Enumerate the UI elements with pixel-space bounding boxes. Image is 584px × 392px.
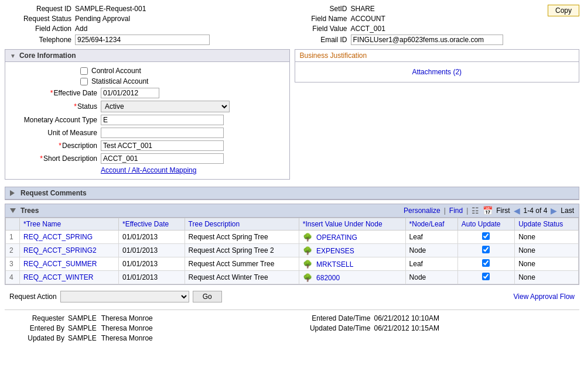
nav-range: 1-4 of 4 [524,207,548,215]
field-value-row: Field Value ACCT_001 [292,25,580,33]
updated-by-row: Updated By SAMPLE Theresa Monroe [9,334,292,342]
copy-button[interactable]: Copy [548,5,579,16]
update-status-cell-1: None [515,244,579,257]
view-approval-link[interactable]: View Approval Flow [514,293,575,301]
trees-controls: Personalize | Find | ☷ 📅 First ◀ 1-4 of … [404,206,574,215]
insert-value-cell-2: 🌳 MRKTSELL [299,257,405,271]
tree-name-cell-1: REQ_ACCT_SPRING2 [20,244,119,257]
tree-name-link-0[interactable]: REQ_ACCT_SPRING [23,233,93,241]
trees-header: Trees Personalize | Find | ☷ 📅 First ◀ 1… [5,204,579,218]
entered-by-value: SAMPLE [68,324,97,332]
nav-first: First [496,207,510,215]
bottom-info: Requester SAMPLE Theresa Monroe Entered … [5,312,579,346]
effective-date-label: Effective Date [10,89,101,97]
node-leaf-cell-3: Node [405,271,457,284]
unit-measure-input[interactable] [101,128,224,138]
trees-label: Trees [21,207,39,215]
auto-update-checkbox-2[interactable] [482,259,490,267]
main-content: ▼ Core Information Control Account Stati… [5,49,579,183]
tree-name-link-1[interactable]: REQ_ACCT_SPRING2 [23,246,97,255]
field-name-label: Field Name [292,15,351,23]
control-account-label: Control Account [91,67,141,75]
calendar-icon[interactable]: 📅 [483,206,493,215]
telephone-label: Telephone [5,36,75,44]
core-info-section: ▼ Core Information Control Account Stati… [5,49,290,183]
separator1: | [444,207,446,215]
monetary-type-input[interactable] [101,115,224,125]
eff-date-cell-0: 01/01/2013 [119,231,185,244]
header-right: SetID SHARE Field Name ACCOUNT Field Val… [292,5,580,47]
tree-desc-cell-3: Request Acct Winter Tree [185,271,299,284]
tree-node-icon-3: 🌳 [303,273,312,282]
row-num-1: 2 [6,244,20,257]
tree-name-link-2[interactable]: REQ_ACCT_SUMMER [23,260,97,268]
update-status-cell-2: None [515,257,579,271]
core-info-title: ▼ Core Information [5,50,289,62]
request-id-value: SAMPLE-Request-001 [75,5,146,13]
field-value-value: ACCT_001 [351,25,385,33]
tree-name-link-3[interactable]: REQ_ACCT_WINTER [23,273,93,281]
effective-date-row: Effective Date [10,88,285,98]
insert-value-cell-1: 🌳 EXPENSES [299,244,405,257]
status-row: Status Active Inactive [10,101,285,112]
updated-by-label: Updated By [9,334,68,342]
short-desc-input[interactable] [101,153,224,164]
email-id-input[interactable] [351,35,503,45]
entered-by-row: Entered By SAMPLE Theresa Monroe [9,324,292,332]
telephone-input[interactable] [75,35,210,45]
entered-datetime-row: Entered Date/Time 06/21/2012 10:10AM [292,314,575,322]
update-status-cell-0: None [515,231,579,244]
status-select[interactable]: Active Inactive [101,101,230,112]
insert-value-cell-0: 🌳 OPERATING [299,231,405,244]
insert-value-link-2[interactable]: MRKTSELL [316,260,353,269]
description-label: Description [10,142,101,150]
personalize-link[interactable]: Personalize [404,207,440,215]
auto-update-cell-3 [457,271,514,284]
go-button[interactable]: Go [193,291,222,302]
bj-box: Business Justification Attachments (2) [295,49,580,82]
auto-update-cell-0 [457,231,514,244]
account-link[interactable]: Account / Alt-Account Mapping [101,166,196,174]
auto-update-checkbox-1[interactable] [482,246,490,253]
nav-next-arrow[interactable]: ▶ [551,206,557,215]
control-account-checkbox[interactable] [80,67,88,75]
grid-icon[interactable]: ☷ [472,206,479,215]
divider [5,310,579,310]
auto-update-checkbox-3[interactable] [482,273,490,280]
field-value-label: Field Value [292,25,351,33]
insert-value-cell-3: 🌳 682000 [299,271,405,284]
insert-value-link-0[interactable]: OPERATING [316,233,357,242]
tree-name-cell-0: REQ_ACCT_SPRING [20,231,119,244]
action-left: Request Action Go [9,291,222,302]
request-action-select[interactable] [60,291,189,302]
entered-datetime-value: 06/21/2012 10:10AM [374,314,439,322]
short-desc-label: Short Description [10,154,101,163]
auto-update-cell-1 [457,244,514,257]
bj-section: Business Justification Attachments (2) [295,49,580,183]
header-section: Request ID SAMPLE-Request-001 Request St… [5,5,579,47]
col-num [6,218,20,231]
trees-title: Trees [10,207,39,215]
nav-prev-arrow[interactable]: ◀ [514,206,520,215]
table-row: 1 REQ_ACCT_SPRING 01/01/2013 Request Acc… [6,231,579,244]
requester-label: Requester [9,314,68,322]
statistical-account-checkbox[interactable] [80,78,88,85]
effective-date-input[interactable] [101,88,159,98]
trees-table: *Tree Name *Effective Date Tree Descript… [5,218,579,284]
setid-row: SetID SHARE [292,5,580,13]
auto-update-checkbox-0[interactable] [482,232,490,240]
description-row: Description [10,140,285,151]
description-input[interactable] [101,140,224,151]
insert-value-link-3[interactable]: 682000 [316,274,340,282]
col-node-leaf: *Node/Leaf [405,218,457,231]
request-comments-title[interactable]: Request Comments [5,187,579,200]
insert-value-link-1[interactable]: EXPENSES [316,247,354,255]
requester-value: SAMPLE [68,314,97,322]
page: Copy Request ID SAMPLE-Request-001 Reque… [0,0,584,392]
attachments-link[interactable]: Attachments (2) [412,68,462,76]
find-link[interactable]: Find [449,207,463,215]
monetary-type-label: Monetary Account Type [10,116,101,124]
collapse-icon[interactable]: ▼ [10,53,16,59]
request-action-label: Request Action [9,293,57,301]
collapse-trees-icon[interactable] [10,208,16,213]
